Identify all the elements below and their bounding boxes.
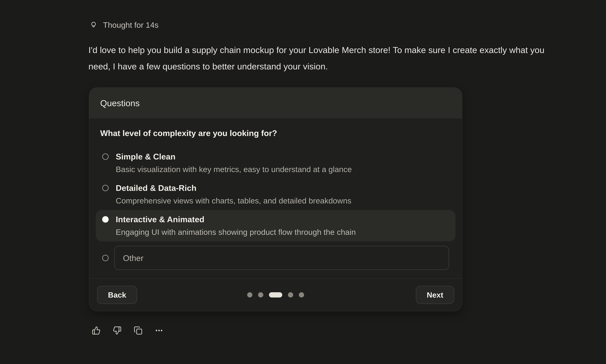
card-title: Questions — [100, 98, 140, 108]
thumbs-down-button[interactable] — [113, 326, 121, 335]
other-input[interactable] — [114, 246, 449, 270]
option-simple-clean[interactable]: Simple & Clean Basic visualization with … — [96, 147, 456, 179]
option-title: Simple & Clean — [116, 152, 352, 161]
option-interactive-animated[interactable]: Interactive & Animated Engaging UI with … — [96, 210, 456, 241]
thought-label: Thought for 14s — [103, 20, 159, 30]
radio-icon[interactable] — [102, 255, 109, 261]
assistant-message-text: I'd love to help you build a supply chai… — [88, 42, 547, 75]
pagination-dot-active — [269, 292, 282, 298]
option-detailed-data-rich[interactable]: Detailed & Data-Rich Comprehensive views… — [96, 179, 456, 210]
next-button[interactable]: Next — [416, 286, 454, 304]
back-button[interactable]: Back — [97, 286, 137, 304]
option-description: Comprehensive views with charts, tables,… — [116, 196, 351, 205]
question-text: What level of complexity are you looking… — [100, 129, 451, 138]
option-title: Detailed & Data-Rich — [116, 183, 351, 193]
pagination-dot — [299, 292, 304, 298]
pagination-dots — [247, 292, 304, 298]
copy-icon — [134, 326, 143, 335]
questions-card: Questions What level of complexity are y… — [89, 87, 462, 311]
thumbs-down-icon — [113, 326, 121, 335]
card-body: What level of complexity are you looking… — [89, 118, 462, 278]
thumbs-up-icon — [92, 326, 101, 335]
message-actions — [92, 326, 163, 335]
thought-toggle[interactable]: Thought for 14s — [89, 20, 159, 30]
copy-button[interactable] — [134, 326, 143, 335]
thumbs-up-button[interactable] — [92, 326, 101, 335]
radio-icon[interactable] — [102, 153, 109, 160]
pagination-dot — [247, 292, 252, 298]
option-title: Interactive & Animated — [116, 215, 356, 224]
card-header: Questions — [89, 88, 462, 118]
option-other[interactable] — [96, 246, 456, 270]
lightbulb-icon — [89, 21, 98, 29]
pagination-dot — [288, 292, 293, 298]
pagination-dot — [258, 292, 263, 298]
option-description: Basic visualization with key metrics, ea… — [116, 165, 352, 174]
option-description: Engaging UI with animations showing prod… — [116, 228, 356, 237]
radio-icon[interactable] — [102, 185, 109, 191]
radio-selected-icon[interactable] — [102, 216, 109, 223]
card-footer: Back Next — [89, 278, 462, 311]
ellipsis-icon — [155, 326, 163, 335]
more-options-button[interactable] — [155, 326, 163, 335]
